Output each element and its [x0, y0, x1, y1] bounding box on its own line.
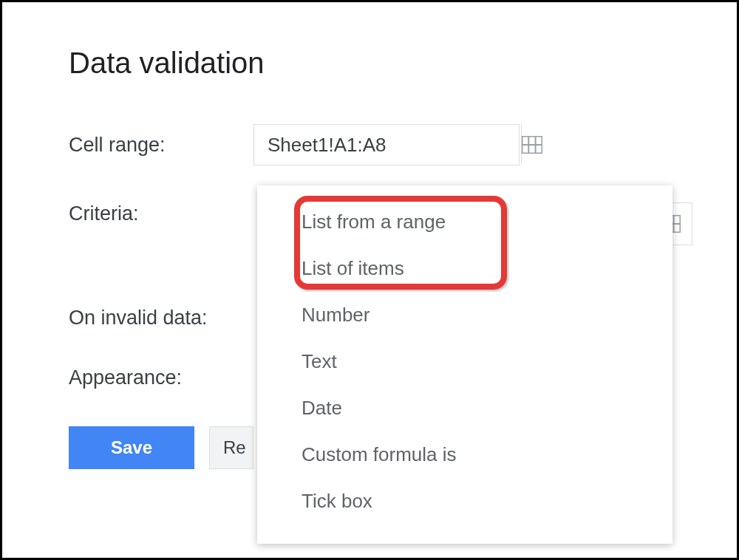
grid-icon [522, 136, 542, 154]
cell-range-row: Cell range: [69, 124, 670, 165]
criteria-option-text[interactable]: Text [257, 338, 672, 385]
criteria-option-tick-box[interactable]: Tick box [257, 478, 672, 525]
cell-range-input-wrapper [253, 124, 520, 165]
criteria-option-custom-formula[interactable]: Custom formula is [257, 431, 672, 478]
criteria-dropdown-menu: List from a range List of items Number T… [257, 185, 672, 544]
criteria-label: Criteria: [69, 202, 253, 225]
data-validation-dialog: Data validation Cell range: Criteria: [0, 0, 739, 560]
cell-range-label: Cell range: [69, 134, 253, 157]
criteria-option-list-from-range[interactable]: List from a range [257, 199, 672, 245]
save-button[interactable]: Save [69, 426, 194, 469]
invalid-data-label: On invalid data: [69, 307, 208, 329]
criteria-option-date[interactable]: Date [257, 385, 672, 431]
criteria-option-number[interactable]: Number [257, 292, 672, 338]
dialog-title: Data validation [69, 47, 670, 80]
cancel-button[interactable]: Re [209, 426, 253, 469]
appearance-label: Appearance: [69, 366, 253, 389]
cell-range-input[interactable] [254, 125, 521, 165]
criteria-option-list-of-items[interactable]: List of items [257, 245, 672, 292]
select-range-button[interactable] [521, 125, 542, 165]
